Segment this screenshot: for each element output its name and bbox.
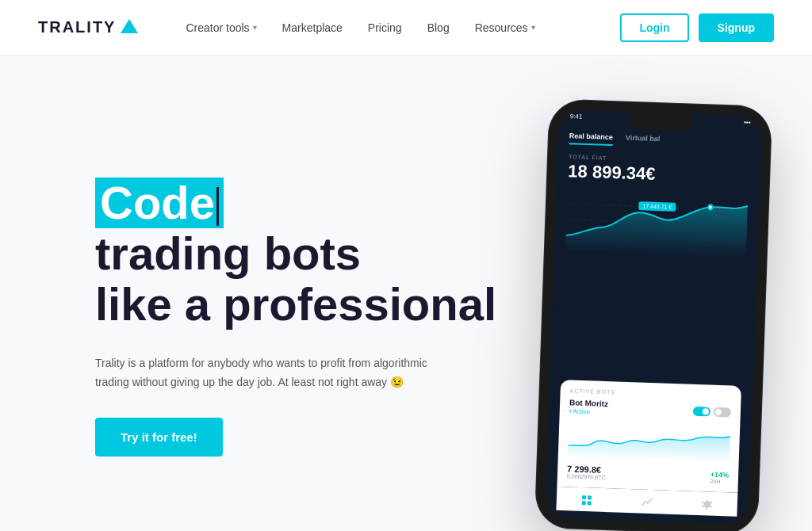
phone-outer: 9:41 ▪▪▪ Real balance Virtual bal TOTAL … [535, 99, 772, 531]
tab-virtual-balance[interactable]: Virtual bal [626, 134, 661, 148]
signup-button[interactable]: Signup [699, 13, 774, 42]
total-fiat-amount: 18 899.34€ [568, 161, 749, 188]
svg-rect-7 [582, 501, 586, 505]
nav-item-blog[interactable]: Blog [427, 21, 450, 34]
bot-period-group: +14% 24H [710, 471, 729, 485]
nav-item-pricing[interactable]: Pricing [368, 21, 402, 34]
nav-item-resources[interactable]: Resources ▾ [475, 21, 535, 34]
bot-chart-svg [568, 418, 731, 463]
balance-chart-svg [565, 188, 749, 258]
nav-links: Creator tools ▾ Marketplace Pricing Blog… [186, 21, 620, 34]
tab-real-balance[interactable]: Real balance [569, 132, 614, 146]
phone-screen: 9:41 ▪▪▪ Real balance Virtual bal TOTAL … [545, 109, 762, 525]
hero-heading: Code trading bots like a professional [95, 178, 496, 329]
nav-actions: Login Signup [620, 13, 774, 42]
bot-row: Bot Moritz • Active [569, 398, 732, 420]
chart-tooltip: 17 443.71 € [638, 201, 676, 212]
login-button[interactable]: Login [620, 13, 688, 42]
phone-content: Real balance Virtual bal TOTAL FIAT 18 8… [545, 109, 762, 525]
phone-nav-settings[interactable] [701, 498, 714, 511]
bot-period: 24H [710, 479, 729, 485]
phone-mockup: 9:41 ▪▪▪ Real balance Virtual bal TOTAL … [542, 103, 764, 531]
toggle-circle-off [715, 408, 722, 414]
balance-tabs: Real balance Virtual bal [569, 132, 750, 151]
bot-toggles [693, 406, 731, 417]
bot-value-group: 7 299.8€ 0.0062978 BTC [567, 464, 607, 480]
toggle-on[interactable] [693, 406, 710, 416]
phone-signal-icons: ▪▪▪ [744, 119, 751, 126]
hero-heading-line2: like a professional [95, 278, 496, 330]
logo-triangle-icon [121, 19, 138, 33]
hero-heading-line1: trading bots [95, 227, 361, 279]
logo-text: TRALITY [38, 18, 116, 36]
bot-btc-value: 0.0062978 BTC [567, 473, 606, 480]
phone-nav-home[interactable] [580, 494, 594, 507]
phone-time: 9:41 [570, 113, 583, 120]
nav-item-creator-tools[interactable]: Creator tools ▾ [186, 21, 256, 34]
svg-rect-8 [588, 501, 592, 505]
bot-stats: 7 299.8€ 0.0062978 BTC +14% 24H [567, 464, 730, 484]
bots-section: ACTIVE BOTS Bot Moritz • Active [557, 380, 741, 493]
hero-section: Code trading bots like a professional Tr… [0, 55, 812, 531]
navbar: TRALITY Creator tools ▾ Marketplace Pric… [0, 0, 812, 55]
svg-rect-5 [582, 495, 586, 499]
active-bots-label: ACTIVE BOTS [570, 388, 732, 399]
nav-item-marketplace[interactable]: Marketplace [282, 21, 343, 34]
bot-name: Bot Moritz [569, 398, 608, 408]
chevron-down-icon: ▾ [253, 23, 257, 32]
chevron-down-icon: ▾ [531, 23, 535, 32]
toggle-off[interactable] [714, 407, 731, 417]
cta-button[interactable]: Try it for free! [95, 418, 223, 457]
hero-description: Trality is a platform for anybody who wa… [95, 354, 428, 392]
svg-rect-6 [588, 495, 592, 499]
balance-chart-area: 17 443.71 € [561, 188, 748, 380]
logo[interactable]: TRALITY [38, 18, 138, 36]
hero-highlight-word: Code [95, 178, 224, 228]
phone-nav-chart[interactable] [641, 496, 654, 510]
bot-status: • Active [569, 407, 608, 416]
hero-content: Code trading bots like a professional Tr… [95, 178, 496, 457]
bot-info: Bot Moritz • Active [569, 398, 609, 416]
toggle-circle [703, 408, 709, 414]
